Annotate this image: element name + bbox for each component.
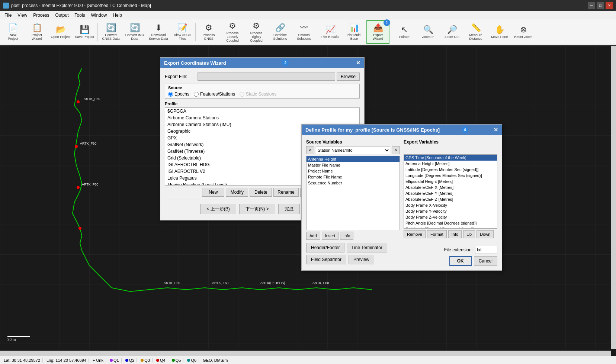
process-loosely-button[interactable]: ⚙ Process Loosely Coupled xyxy=(221,20,244,44)
src-var-2[interactable]: Project Name xyxy=(307,168,400,174)
exp-var-9[interactable]: Body Frame Y-Velocity xyxy=(404,208,497,214)
src-nav-right-button[interactable]: > xyxy=(392,146,400,154)
exp-info-button[interactable]: Info xyxy=(448,230,462,238)
src-var-3[interactable]: Remote File Name xyxy=(307,174,400,180)
svg-text:ARTK, F60: ARTK, F60 xyxy=(212,281,228,285)
export-var-list[interactable]: GPS Time [Seconds of the Week] Antenna H… xyxy=(404,154,497,229)
back-button[interactable]: < 上一步(B) xyxy=(200,204,236,214)
plot-multi-button[interactable]: 📊 Plot Multi-Base xyxy=(343,20,366,44)
src-nav-left-button[interactable]: < xyxy=(306,146,314,154)
menu-process[interactable]: Process xyxy=(30,12,52,19)
category-select[interactable]: Station Names/Info xyxy=(316,146,390,154)
zoom-out-button[interactable]: 🔎 Zoom Out xyxy=(440,20,463,44)
exp-var-6[interactable]: Absolute ECEF-Y [Metres] xyxy=(404,190,497,196)
exp-var-12[interactable]: Roll Angle [Decimal Degrees (signed)] xyxy=(404,226,497,229)
bottom-left-buttons: Header/Footer Line Terminator Field Sepa… xyxy=(306,243,387,264)
rename-profile-button[interactable]: Rename xyxy=(273,188,298,197)
src-var-0[interactable]: Antenna Height xyxy=(307,156,400,162)
ext-input[interactable] xyxy=(475,246,497,254)
insert-button[interactable]: Insert xyxy=(322,232,339,240)
exp-var-4[interactable]: Ellipsoidal Height [Metres] xyxy=(404,178,497,184)
profile-item-0[interactable]: $GPGGA xyxy=(165,108,359,115)
reset-zoom-button[interactable]: ⊗ Reset Zoom xyxy=(512,20,535,44)
menu-output[interactable]: Output xyxy=(52,12,72,19)
combine-solutions-button[interactable]: 🔗 Combine Solutions xyxy=(269,20,292,44)
next-button[interactable]: 下一页(N) > xyxy=(239,204,275,214)
cancel-profile-button[interactable]: Cancel xyxy=(474,256,497,266)
new-profile-button[interactable]: New xyxy=(202,188,224,197)
field-separator-button[interactable]: Field Separator xyxy=(306,255,346,264)
exp-var-8[interactable]: Body Frame X-Velocity xyxy=(404,202,497,208)
menu-tools[interactable]: Tools xyxy=(72,12,88,19)
move-pane-button[interactable]: ✋ Move Pane xyxy=(488,20,511,44)
line-terminator-button[interactable]: Line Terminator xyxy=(347,243,387,252)
convert-imu-button[interactable]: 🔄 Convert IMU Data xyxy=(123,20,146,44)
plot-multi-wrap: 📊 Plot Multi-Base xyxy=(343,20,366,44)
down-button[interactable]: Down xyxy=(477,230,494,238)
header-footer-button[interactable]: Header/Footer xyxy=(306,243,344,252)
exp-var-0[interactable]: GPS Time [Seconds of the Week] xyxy=(404,155,497,161)
minimize-button[interactable]: ─ xyxy=(588,2,595,9)
menu-file[interactable]: File xyxy=(1,12,15,19)
delete-profile-button[interactable]: Delete xyxy=(250,188,272,197)
menu-help[interactable]: Help xyxy=(110,12,125,19)
finish-button[interactable]: 完成 xyxy=(278,204,300,214)
close-button[interactable]: ✕ xyxy=(606,2,613,9)
export-file-input[interactable] xyxy=(198,73,335,81)
plot-results-button[interactable]: 📈 Plot Results xyxy=(319,20,342,44)
add-button[interactable]: Add xyxy=(306,232,320,240)
menu-window[interactable]: Window xyxy=(88,12,110,19)
ok-button[interactable]: OK xyxy=(449,256,472,266)
src-info-button[interactable]: Info xyxy=(340,232,353,240)
src-var-4[interactable]: Sequence Number xyxy=(307,180,400,186)
up-button[interactable]: Up xyxy=(463,230,475,238)
pointer-icon: ↖ xyxy=(401,25,408,35)
project-wizard-button[interactable]: 📋 Project Wizard xyxy=(25,20,48,44)
v-scrollbar[interactable] xyxy=(611,46,616,349)
view-ascii-button[interactable]: 📝 View ASCII Files xyxy=(171,20,194,44)
pointer-button[interactable]: ↖ Pointer xyxy=(393,20,416,44)
save-project-button[interactable]: 💾 Save Project xyxy=(73,20,96,44)
convert-gnss-button[interactable]: 🔄 Convert GNSS Data xyxy=(99,20,122,44)
exp-var-10[interactable]: Body Frame Z-Velocity xyxy=(404,214,497,220)
exp-var-7[interactable]: Absolute ECEF-Z [Metres] xyxy=(404,196,497,202)
exp-var-2[interactable]: Latitude [Degrees Minutes Sec (signed)] xyxy=(404,167,497,173)
source-epochs-option[interactable]: Epochs xyxy=(168,91,189,97)
new-project-button[interactable]: 📄 New Project xyxy=(1,20,25,44)
source-var-list[interactable]: Antenna Height Master File Name Project … xyxy=(306,156,400,230)
export-wizard-close-button[interactable]: ✕ xyxy=(356,60,360,66)
exp-var-1[interactable]: Antenna Height [Metres] xyxy=(404,161,497,167)
maximize-button[interactable]: □ xyxy=(597,2,604,9)
define-profile-close-button[interactable]: ✕ xyxy=(494,127,498,133)
format-button[interactable]: Format xyxy=(427,230,447,238)
open-project-button[interactable]: 📂 Open Project xyxy=(49,20,72,44)
menu-view[interactable]: View xyxy=(15,12,30,19)
process-gnss-label: Process GNSS xyxy=(198,33,219,41)
browse-button[interactable]: Browse xyxy=(337,73,360,81)
process-gnss-button[interactable]: ⚙ Process GNSS xyxy=(197,20,220,44)
measure-distance-button[interactable]: 📏 Measure Distance xyxy=(464,20,487,44)
exp-var-11[interactable]: Pitch Angle [Decimal Degrees (signed)] xyxy=(404,220,497,226)
status-q4: Q4 xyxy=(154,358,168,363)
remove-button[interactable]: Remove xyxy=(404,230,426,238)
h-scrollbar[interactable] xyxy=(0,351,611,356)
zoom-in-button[interactable]: 🔍 Zoom In xyxy=(417,20,440,44)
src-var-1[interactable]: Master File Name xyxy=(307,162,400,168)
scale-label: 20 m xyxy=(7,338,16,342)
source-features-option[interactable]: Features/Stations xyxy=(194,91,235,97)
process-tightly-button[interactable]: ⚙ Process Tightly Coupled xyxy=(245,20,268,44)
exp-var-3[interactable]: Longitude [Degrees Minutes Sec (signed)] xyxy=(404,173,497,178)
smooth-solutions-wrap: 〰 Smooth Solutions xyxy=(292,20,315,44)
reset-zoom-icon: ⊗ xyxy=(520,25,527,35)
download-service-label: Download Service Data xyxy=(148,33,169,41)
convert-gnss-icon: 🔄 xyxy=(106,23,116,33)
exp-var-5[interactable]: Absolute ECEF-X [Metres] xyxy=(404,184,497,190)
smooth-solutions-button[interactable]: 〰 Smooth Solutions xyxy=(292,20,315,44)
preview-button[interactable]: Preview xyxy=(349,255,374,264)
profile-item-1[interactable]: Airborne Camera Stations xyxy=(165,115,359,121)
define-profile-dialog: Define Profile for my_profile [Source is… xyxy=(301,124,502,271)
convert-imu-wrap: 🔄 Convert IMU Data xyxy=(123,20,146,44)
modify-profile-button[interactable]: Modify xyxy=(226,188,248,197)
download-service-button[interactable]: ⬇ Download Service Data xyxy=(147,20,170,44)
source-static-option[interactable]: Static Sessions xyxy=(240,91,276,97)
